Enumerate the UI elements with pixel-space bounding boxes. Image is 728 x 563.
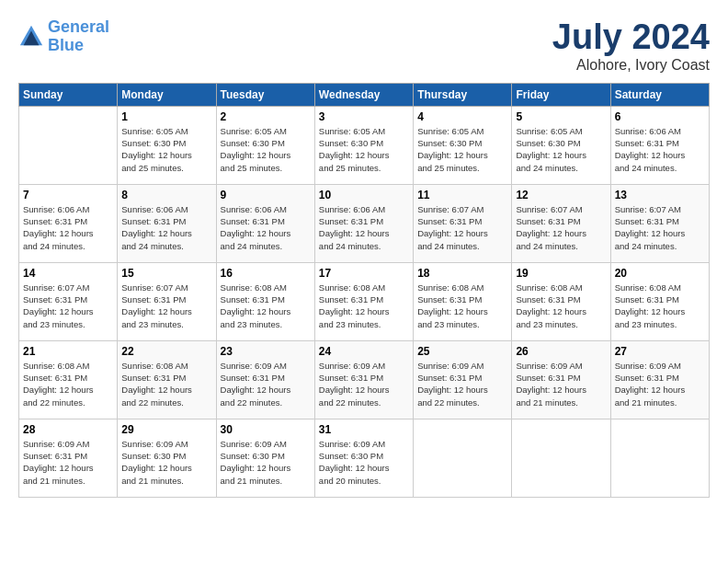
day-info: Sunrise: 6:06 AM Sunset: 6:31 PM Dayligh… [615,125,705,174]
day-info: Sunrise: 6:09 AM Sunset: 6:31 PM Dayligh… [516,360,606,408]
calendar-cell: 14Sunrise: 6:07 AM Sunset: 6:31 PM Dayli… [19,262,118,340]
day-number: 8 [121,189,211,201]
logo: General Blue [18,18,109,55]
logo-blue: Blue [48,36,84,54]
day-info: Sunrise: 6:07 AM Sunset: 6:31 PM Dayligh… [516,203,606,252]
logo-icon [18,24,44,50]
calendar-cell: 20Sunrise: 6:08 AM Sunset: 6:31 PM Dayli… [610,262,709,340]
day-info: Sunrise: 6:08 AM Sunset: 6:31 PM Dayligh… [319,282,409,330]
calendar-cell: 27Sunrise: 6:09 AM Sunset: 6:31 PM Dayli… [610,340,709,419]
calendar-week-row: 28Sunrise: 6:09 AM Sunset: 6:31 PM Dayli… [19,419,710,497]
calendar-body: 1Sunrise: 6:05 AM Sunset: 6:30 PM Daylig… [19,106,710,497]
weekday-header: Saturday [610,83,709,106]
day-info: Sunrise: 6:05 AM Sunset: 6:30 PM Dayligh… [121,125,211,174]
day-number: 19 [516,267,606,280]
day-number: 16 [221,267,311,280]
day-number: 20 [615,267,705,280]
calendar-cell: 19Sunrise: 6:08 AM Sunset: 6:31 PM Dayli… [512,262,610,340]
calendar-cell: 29Sunrise: 6:09 AM Sunset: 6:30 PM Dayli… [118,419,216,497]
calendar-cell: 30Sunrise: 6:09 AM Sunset: 6:30 PM Dayli… [216,419,314,497]
day-info: Sunrise: 6:06 AM Sunset: 6:31 PM Dayligh… [221,203,311,252]
day-number: 14 [23,267,113,280]
day-number: 30 [221,423,311,436]
day-number: 18 [417,267,507,280]
calendar-cell: 2Sunrise: 6:05 AM Sunset: 6:30 PM Daylig… [216,106,314,184]
day-number: 23 [221,345,311,358]
calendar-cell: 21Sunrise: 6:08 AM Sunset: 6:31 PM Dayli… [19,340,118,419]
calendar-cell: 17Sunrise: 6:08 AM Sunset: 6:31 PM Dayli… [314,262,413,340]
day-info: Sunrise: 6:08 AM Sunset: 6:31 PM Dayligh… [221,282,311,330]
day-info: Sunrise: 6:07 AM Sunset: 6:31 PM Dayligh… [121,282,211,330]
calendar-cell: 26Sunrise: 6:09 AM Sunset: 6:31 PM Dayli… [512,340,610,419]
day-number: 24 [319,345,409,358]
weekday-header: Monday [118,83,216,106]
calendar-cell: 5Sunrise: 6:05 AM Sunset: 6:30 PM Daylig… [512,106,610,184]
calendar-cell: 9Sunrise: 6:06 AM Sunset: 6:31 PM Daylig… [216,184,314,262]
day-number: 5 [516,110,606,123]
day-number: 1 [121,110,211,123]
calendar-cell: 28Sunrise: 6:09 AM Sunset: 6:31 PM Dayli… [19,419,118,497]
calendar-cell [610,419,709,497]
day-info: Sunrise: 6:09 AM Sunset: 6:30 PM Dayligh… [221,438,311,487]
calendar-cell: 13Sunrise: 6:07 AM Sunset: 6:31 PM Dayli… [610,184,709,262]
day-info: Sunrise: 6:05 AM Sunset: 6:30 PM Dayligh… [319,125,409,174]
calendar-cell: 31Sunrise: 6:09 AM Sunset: 6:30 PM Dayli… [314,419,413,497]
day-number: 9 [221,189,311,201]
day-number: 12 [516,189,606,201]
day-info: Sunrise: 6:09 AM Sunset: 6:31 PM Dayligh… [615,360,705,408]
day-info: Sunrise: 6:08 AM Sunset: 6:31 PM Dayligh… [615,282,705,330]
calendar-cell [512,419,610,497]
day-info: Sunrise: 6:09 AM Sunset: 6:30 PM Dayligh… [121,438,211,487]
day-number: 25 [417,345,507,358]
weekday-header: Sunday [19,83,118,106]
calendar-cell: 11Sunrise: 6:07 AM Sunset: 6:31 PM Dayli… [414,184,512,262]
calendar-cell: 1Sunrise: 6:05 AM Sunset: 6:30 PM Daylig… [118,106,216,184]
day-number: 15 [121,267,211,280]
calendar-cell: 4Sunrise: 6:05 AM Sunset: 6:30 PM Daylig… [414,106,512,184]
month-title: July 2024 [552,18,710,57]
day-number: 28 [23,423,113,436]
day-info: Sunrise: 6:08 AM Sunset: 6:31 PM Dayligh… [516,282,606,330]
title-block: July 2024 Alohore, Ivory Coast [552,18,710,74]
day-info: Sunrise: 6:07 AM Sunset: 6:31 PM Dayligh… [23,282,113,330]
day-number: 7 [23,189,113,201]
day-info: Sunrise: 6:08 AM Sunset: 6:31 PM Dayligh… [417,282,507,330]
logo-general: General [48,17,109,36]
day-info: Sunrise: 6:05 AM Sunset: 6:30 PM Dayligh… [417,125,507,174]
day-number: 31 [319,423,409,436]
day-info: Sunrise: 6:07 AM Sunset: 6:31 PM Dayligh… [417,203,507,252]
calendar-cell: 25Sunrise: 6:09 AM Sunset: 6:31 PM Dayli… [414,340,512,419]
weekday-header: Thursday [414,83,512,106]
weekday-header: Tuesday [216,83,314,106]
calendar-cell: 10Sunrise: 6:06 AM Sunset: 6:31 PM Dayli… [314,184,413,262]
calendar-cell: 16Sunrise: 6:08 AM Sunset: 6:31 PM Dayli… [216,262,314,340]
day-number: 29 [121,423,211,436]
day-number: 3 [319,110,409,123]
weekday-header: Friday [512,83,610,106]
day-info: Sunrise: 6:09 AM Sunset: 6:30 PM Dayligh… [319,438,409,487]
calendar-cell: 3Sunrise: 6:05 AM Sunset: 6:30 PM Daylig… [314,106,413,184]
day-info: Sunrise: 6:06 AM Sunset: 6:31 PM Dayligh… [121,203,211,252]
calendar-cell: 7Sunrise: 6:06 AM Sunset: 6:31 PM Daylig… [19,184,118,262]
calendar-week-row: 21Sunrise: 6:08 AM Sunset: 6:31 PM Dayli… [19,340,710,419]
day-info: Sunrise: 6:05 AM Sunset: 6:30 PM Dayligh… [516,125,606,174]
day-number: 10 [319,189,409,201]
calendar-cell: 15Sunrise: 6:07 AM Sunset: 6:31 PM Dayli… [118,262,216,340]
calendar-cell: 12Sunrise: 6:07 AM Sunset: 6:31 PM Dayli… [512,184,610,262]
calendar-week-row: 14Sunrise: 6:07 AM Sunset: 6:31 PM Dayli… [19,262,710,340]
day-number: 17 [319,267,409,280]
day-number: 11 [417,189,507,201]
day-info: Sunrise: 6:06 AM Sunset: 6:31 PM Dayligh… [319,203,409,252]
day-number: 6 [615,110,705,123]
calendar-week-row: 7Sunrise: 6:06 AM Sunset: 6:31 PM Daylig… [19,184,710,262]
day-number: 21 [23,345,113,358]
calendar-cell: 23Sunrise: 6:09 AM Sunset: 6:31 PM Dayli… [216,340,314,419]
calendar-cell: 8Sunrise: 6:06 AM Sunset: 6:31 PM Daylig… [118,184,216,262]
calendar-header-row: SundayMondayTuesdayWednesdayThursdayFrid… [19,83,710,106]
day-info: Sunrise: 6:06 AM Sunset: 6:31 PM Dayligh… [23,203,113,252]
day-number: 4 [417,110,507,123]
day-number: 2 [221,110,311,123]
weekday-header: Wednesday [314,83,413,106]
day-number: 26 [516,345,606,358]
calendar-cell: 18Sunrise: 6:08 AM Sunset: 6:31 PM Dayli… [414,262,512,340]
